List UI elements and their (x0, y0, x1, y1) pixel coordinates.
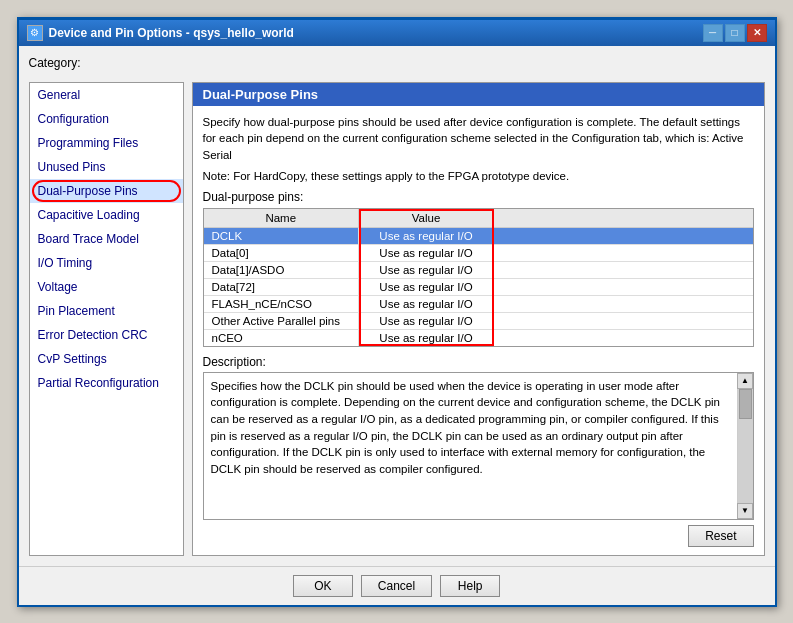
sidebar-item-capacitive-loading[interactable]: Capacitive Loading (30, 203, 183, 227)
main-window: ⚙ Device and Pin Options - qsys_hello_wo… (17, 17, 777, 607)
sidebar-item-board-trace-model[interactable]: Board Trace Model (30, 227, 183, 251)
sidebar-item-partial-reconfiguration[interactable]: Partial Reconfiguration (30, 371, 183, 395)
pin-value-cell[interactable]: Use as regular I/O (359, 227, 494, 244)
pin-extra-cell (494, 329, 753, 346)
window-body: Category: GeneralConfigurationProgrammin… (19, 46, 775, 566)
table-container: Name Value DCLKUse as regular I/OData[0]… (203, 208, 754, 347)
sidebar-item-unused-pins[interactable]: Unused Pins (30, 155, 183, 179)
pin-value-cell[interactable]: Use as regular I/O (359, 261, 494, 278)
sidebar-item-voltage[interactable]: Voltage (30, 275, 183, 299)
right-panel: Dual-Purpose Pins Specify how dual-purpo… (192, 82, 765, 556)
title-bar-left: ⚙ Device and Pin Options - qsys_hello_wo… (27, 25, 294, 41)
col-name-header: Name (204, 209, 359, 228)
pin-extra-cell (494, 278, 753, 295)
pin-extra-cell (494, 295, 753, 312)
pin-name-cell: Data[0] (204, 244, 359, 261)
cancel-button[interactable]: Cancel (361, 575, 432, 597)
table-row[interactable]: Other Active Parallel pinsUse as regular… (204, 312, 753, 329)
ok-button[interactable]: OK (293, 575, 353, 597)
scrollbar-thumb[interactable] (739, 389, 752, 419)
description-scrollbar: ▲ ▼ (737, 373, 753, 519)
window-icon: ⚙ (27, 25, 43, 41)
sidebar-item-pin-placement[interactable]: Pin Placement (30, 299, 183, 323)
main-content: GeneralConfigurationProgramming FilesUnu… (29, 82, 765, 556)
scrollbar-up-button[interactable]: ▲ (737, 373, 753, 389)
scrollbar-down-button[interactable]: ▼ (737, 503, 753, 519)
table-row[interactable]: DCLKUse as regular I/O (204, 227, 753, 244)
table-row[interactable]: FLASH_nCE/nCSOUse as regular I/O (204, 295, 753, 312)
category-label: Category: (29, 56, 765, 70)
help-button[interactable]: Help (440, 575, 500, 597)
sidebar-item-error-detection-crc[interactable]: Error Detection CRC (30, 323, 183, 347)
table-row[interactable]: nCEOUse as regular I/O (204, 329, 753, 346)
pin-value-cell[interactable]: Use as regular I/O (359, 295, 494, 312)
panel-description: Specify how dual-purpose pins should be … (203, 114, 754, 164)
reset-row: Reset (203, 525, 754, 547)
pin-name-cell: Data[72] (204, 278, 359, 295)
col-extra-header (494, 209, 753, 228)
scrollbar-track (738, 389, 753, 503)
title-controls: ─ □ ✕ (703, 24, 767, 42)
pin-value-cell[interactable]: Use as regular I/O (359, 244, 494, 261)
pin-value-cell[interactable]: Use as regular I/O (359, 329, 494, 346)
table-row[interactable]: Data[1]/ASDOUse as regular I/O (204, 261, 753, 278)
pin-name-cell: Data[1]/ASDO (204, 261, 359, 278)
col-value-header: Value (359, 209, 494, 228)
sidebar-item-cvp-settings[interactable]: CvP Settings (30, 347, 183, 371)
pin-value-cell[interactable]: Use as regular I/O (359, 278, 494, 295)
panel-header: Dual-Purpose Pins (193, 83, 764, 106)
minimize-button[interactable]: ─ (703, 24, 723, 42)
sidebar-item-programming-files[interactable]: Programming Files (30, 131, 183, 155)
sidebar-item-dual-purpose-pins[interactable]: Dual-Purpose Pins (30, 179, 183, 203)
pin-value-cell[interactable]: Use as regular I/O (359, 312, 494, 329)
table-row[interactable]: Data[0]Use as regular I/O (204, 244, 753, 261)
sidebar: GeneralConfigurationProgramming FilesUnu… (29, 82, 184, 556)
description-section: Description: Specifies how the DCLK pin … (203, 355, 754, 520)
description-text: Specifies how the DCLK pin should be use… (204, 373, 737, 519)
pin-name-cell: DCLK (204, 227, 359, 244)
pin-name-cell: FLASH_nCE/nCSO (204, 295, 359, 312)
sidebar-item-configuration[interactable]: Configuration (30, 107, 183, 131)
panel-note: Note: For HardCopy, these settings apply… (203, 170, 754, 182)
footer: OK Cancel Help (19, 566, 775, 605)
pin-extra-cell (494, 244, 753, 261)
circle-overlay (32, 180, 181, 202)
pin-name-cell: nCEO (204, 329, 359, 346)
table-header-row: Name Value (204, 209, 753, 228)
pin-extra-cell (494, 261, 753, 278)
window-title: Device and Pin Options - qsys_hello_worl… (49, 26, 294, 40)
reset-button[interactable]: Reset (688, 525, 753, 547)
dual-purpose-label: Dual-purpose pins: (203, 190, 754, 204)
pin-name-cell: Other Active Parallel pins (204, 312, 359, 329)
pins-table: Name Value DCLKUse as regular I/OData[0]… (204, 209, 753, 346)
pin-extra-cell (494, 227, 753, 244)
maximize-button[interactable]: □ (725, 24, 745, 42)
table-row[interactable]: Data[72]Use as regular I/O (204, 278, 753, 295)
description-label: Description: (203, 355, 754, 369)
sidebar-item-io-timing[interactable]: I/O Timing (30, 251, 183, 275)
table-body: DCLKUse as regular I/OData[0]Use as regu… (204, 227, 753, 346)
close-button[interactable]: ✕ (747, 24, 767, 42)
title-bar: ⚙ Device and Pin Options - qsys_hello_wo… (19, 20, 775, 46)
sidebar-item-general[interactable]: General (30, 83, 183, 107)
pin-extra-cell (494, 312, 753, 329)
panel-body: Specify how dual-purpose pins should be … (193, 106, 764, 555)
description-box-wrap: Specifies how the DCLK pin should be use… (203, 372, 754, 520)
